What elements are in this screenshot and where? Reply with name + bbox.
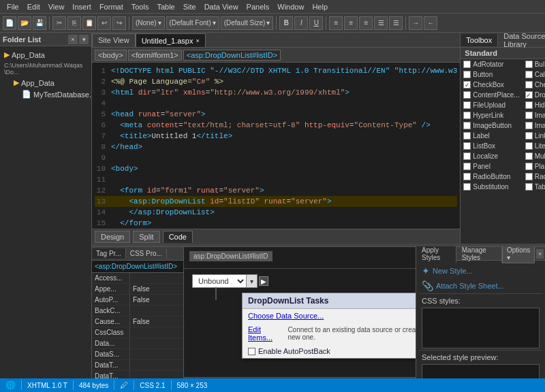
toolbar-list-ol[interactable]: ☰	[374, 16, 388, 30]
menu-table[interactable]: Table	[153, 1, 178, 12]
toolbox-item-substitution[interactable]: Substitution	[461, 182, 522, 192]
tasks-autopostback-checkbox[interactable]	[248, 348, 255, 355]
toolbar-open[interactable]: 📂	[18, 16, 31, 30]
toolbox-item-label[interactable]: Label	[461, 131, 522, 141]
toolbox-item-radiobutton[interactable]: RadioButton	[461, 172, 522, 182]
breadcrumb-body[interactable]: <body>	[95, 50, 127, 61]
toolbox-item-contentplace[interactable]: ContentPlace...	[461, 90, 522, 100]
menu-insert[interactable]: Insert	[68, 1, 95, 12]
code-editor[interactable]: 1 <!DOCTYPE html PUBLIC "-//W3C//DTD XHT…	[92, 63, 460, 229]
menu-panels[interactable]: Panels	[243, 1, 274, 12]
folder-panel-menu[interactable]: ▾	[79, 35, 89, 44]
toolbox-item-imagebutton[interactable]: ImageButton	[461, 120, 522, 131]
mdf-file-label: MyTestDatabase.mdf	[33, 91, 91, 99]
toolbox-item-hiddenfield[interactable]: HiddenField	[523, 100, 545, 110]
toolbar-size-dropdown[interactable]: (Default Size) ▾	[221, 16, 274, 30]
breadcrumb-asp[interactable]: <asp:DropDownList#listID>	[183, 50, 281, 61]
toolbox-item-bulletedlist[interactable]: BulletedList	[523, 59, 545, 69]
toolbox-item-literal[interactable]: Literal	[523, 141, 545, 151]
tab-code[interactable]: Code	[163, 231, 193, 243]
menu-window[interactable]: Window	[273, 1, 308, 12]
toolbar-undo[interactable]: ↩	[97, 16, 111, 30]
tag-prop-backc[interactable]: BackC...	[92, 306, 183, 316]
toolbar-align-left[interactable]: ≡	[329, 16, 343, 30]
menu-site[interactable]: Site	[179, 1, 200, 12]
toolbox-item-radiobuttonlist[interactable]: RadioButtonList	[523, 172, 545, 182]
toolbar-outdent[interactable]: ←	[424, 16, 437, 30]
toolbar-underline[interactable]: U	[309, 16, 323, 30]
toolbox-tab[interactable]: Toolbox	[461, 34, 498, 46]
toolbar-new[interactable]: 📄	[3, 16, 16, 30]
menu-help[interactable]: Help	[308, 1, 332, 12]
new-style-btn[interactable]: ✦ New Style...	[419, 263, 542, 278]
toolbox-item-dropdownlist[interactable]: DropDownList	[523, 90, 545, 100]
tag-tab-properties[interactable]: Tag Pr...	[92, 248, 126, 259]
tag-prop-appe[interactable]: Appe... False	[92, 284, 183, 295]
menu-edit[interactable]: Edit	[23, 1, 44, 12]
tag-prop-cause[interactable]: Cause... False	[92, 316, 183, 327]
toolbox-item-panel[interactable]: Panel	[461, 161, 522, 172]
toolbox-item-localize[interactable]: Localize	[461, 151, 522, 161]
tasks-choose-datasource[interactable]: Choose Data Source...	[243, 309, 416, 323]
tag-tab-css[interactable]: CSS Pro...	[126, 248, 167, 259]
tag-prop-data[interactable]: Data...	[92, 338, 183, 349]
apply-styles-pin-btn[interactable]: ×	[536, 249, 544, 259]
apply-styles-tab[interactable]: Apply Styles	[416, 246, 456, 263]
menu-view[interactable]: View	[44, 1, 69, 12]
toolbox-item-adrotator[interactable]: AdRotator	[461, 59, 522, 69]
toolbar-save[interactable]: 💾	[33, 16, 46, 30]
toolbar-list-ul[interactable]: ☰	[389, 16, 403, 30]
folder-path[interactable]: C:\Users\Muhammad.Waqas\Do...	[3, 61, 89, 77]
menu-tools[interactable]: Tools	[127, 1, 153, 12]
toolbar-cut[interactable]: ✂	[52, 16, 66, 30]
menu-format[interactable]: Format	[95, 1, 127, 12]
attach-stylesheet-btn[interactable]: 📎 Attach Style Sheet...	[419, 278, 542, 293]
tasks-edit-items[interactable]: Edit Items... Connect to an existing dat…	[243, 323, 416, 344]
tag-prop-datas[interactable]: DataS...	[92, 349, 183, 360]
manage-styles-tab[interactable]: Manage Styles	[456, 246, 502, 263]
tab-site-view[interactable]: Site View	[92, 33, 136, 47]
tag-prop-datat1[interactable]: DataT...	[92, 360, 183, 371]
toolbox-item-multiview[interactable]: MultiView	[523, 151, 545, 161]
tab-untitled[interactable]: Untitled_1.aspx ×	[136, 33, 206, 47]
toolbox-item-table[interactable]: Table	[523, 182, 545, 192]
toolbox-item-fileupload[interactable]: FileUpload	[461, 100, 522, 110]
toolbar-indent[interactable]: →	[409, 16, 422, 30]
toolbox-item-linkbutton[interactable]: LinkButton	[523, 131, 545, 141]
toolbar-align-right[interactable]: ≡	[359, 16, 373, 30]
toolbox-item-imagemap[interactable]: ImageMap	[523, 120, 545, 131]
toolbox-item-button[interactable]: Button	[461, 69, 522, 80]
tag-prop-access[interactable]: Access...	[92, 273, 183, 284]
toolbar-style-dropdown[interactable]: (None) ▾	[132, 16, 165, 30]
tag-prop-autop[interactable]: AutoP... False	[92, 295, 183, 306]
toolbar-italic[interactable]: I	[294, 16, 308, 30]
toolbar-bold[interactable]: B	[279, 16, 293, 30]
menu-dataview[interactable]: Data View	[200, 1, 243, 12]
dropdown-arrow-btn[interactable]: ▾	[247, 274, 258, 288]
toolbox-item-checkboxlist[interactable]: CheckBoxList	[523, 80, 545, 90]
toolbox-item-calendar[interactable]: Calendar	[523, 69, 545, 80]
folder-panel-pin[interactable]: ×	[68, 35, 78, 44]
tab-split[interactable]: Split	[133, 231, 159, 243]
folder-app-data[interactable]: ▶ App_Data	[3, 77, 89, 88]
toolbox-item-placeholder[interactable]: PlaceHolder	[523, 161, 545, 172]
toolbar-font-dropdown[interactable]: (Default Font) ▾	[166, 16, 219, 30]
folder-content: ▶ App_Data C:\Users\Muhammad.Waqas\Do...…	[0, 46, 91, 392]
toolbar-redo[interactable]: ↪	[112, 16, 126, 30]
tab-close-icon[interactable]: ×	[196, 37, 199, 44]
tag-prop-cssclass[interactable]: CssClass	[92, 327, 183, 338]
unbound-dropdown[interactable]: Unbound	[192, 274, 247, 288]
tab-design[interactable]: Design	[95, 231, 130, 243]
breadcrumb-form[interactable]: <form#form1>	[128, 50, 182, 61]
toolbox-item-checkbox[interactable]: CheckBox	[461, 80, 522, 90]
folder-mdf-file[interactable]: 📄 MyTestDatabase.mdf	[3, 88, 89, 100]
toolbar-align-center[interactable]: ≡	[344, 16, 358, 30]
toolbar-copy[interactable]: ⎘	[67, 16, 81, 30]
smart-tag-btn[interactable]: ▶	[259, 276, 268, 286]
menu-file[interactable]: File	[3, 1, 23, 12]
folder-app-data-root[interactable]: ▶ App_Data	[3, 49, 89, 61]
toolbox-item-listbox[interactable]: ListBox	[461, 141, 522, 151]
toolbar-paste[interactable]: 📋	[82, 16, 96, 30]
toolbox-item-image[interactable]: Image	[523, 110, 545, 120]
toolbox-item-hyperlink[interactable]: HyperLink	[461, 110, 522, 120]
